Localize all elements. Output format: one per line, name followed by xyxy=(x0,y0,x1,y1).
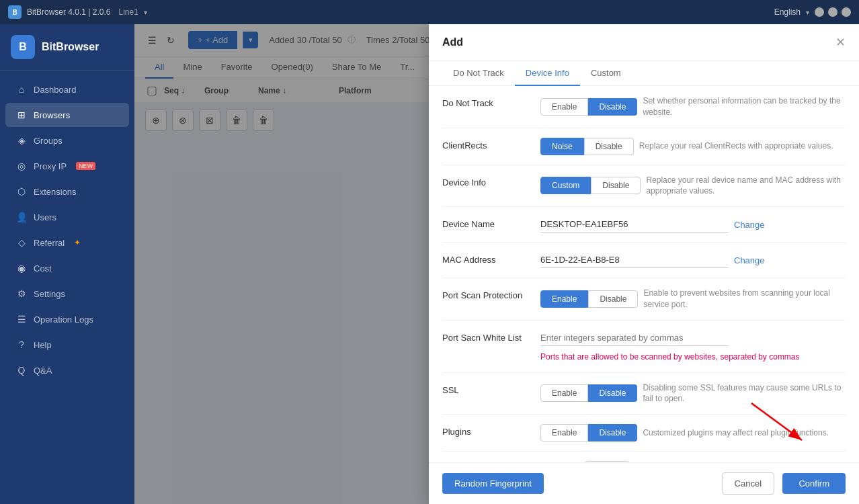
maximize-button[interactable] xyxy=(828,7,837,17)
sidebar-app-name: BitBrowser xyxy=(42,41,99,53)
settings-icon: ⚙ xyxy=(16,288,27,299)
label-plugins: Plugins xyxy=(442,424,530,437)
form-row-mac-address: MAC Address Change xyxy=(442,243,846,278)
label-device-name: Device Name xyxy=(442,216,530,229)
sidebar-item-proxy-ip[interactable]: ◎ Proxy IP NEW xyxy=(5,154,129,178)
app-title: BitBrowser 4.0.1 | 2.0.6 xyxy=(27,7,111,17)
form-row-ssl: SSL Enable Disable Disabling some SSL fe… xyxy=(442,373,846,415)
sidebar-label-groups: Groups xyxy=(34,136,63,146)
confirm-button[interactable]: Confirm xyxy=(782,473,846,494)
hint-ssl: Disabling some SSL features may cause so… xyxy=(643,382,846,405)
hint-do-not-track: Set whether personal information can be … xyxy=(643,95,846,118)
sidebar-label-referral: Referral xyxy=(34,238,65,248)
cost-icon: ◉ xyxy=(16,263,27,274)
titlebar-right: English ▾ xyxy=(774,7,851,17)
random-fingerprint-button[interactable]: Random Fingerprint xyxy=(442,473,544,494)
close-window-button[interactable] xyxy=(842,7,851,17)
control-device-name: Change xyxy=(540,216,846,233)
referral-icon: ◇ xyxy=(16,237,27,248)
mac-address-input[interactable] xyxy=(540,252,729,268)
sidebar-item-help[interactable]: ? Help xyxy=(5,333,129,357)
toggle-client-rects: Noise Disable xyxy=(540,138,634,155)
cr-disable-btn[interactable]: Disable xyxy=(584,138,634,155)
label-device-info: Device Info xyxy=(442,175,530,187)
logs-icon: ☰ xyxy=(16,314,27,325)
form-row-client-rects: ClientRects Noise Disable Replace your r… xyxy=(442,128,846,165)
device-name-input[interactable] xyxy=(540,216,729,233)
sidebar-label-browsers: Browsers xyxy=(34,110,70,120)
port-scan-whitelist-input[interactable] xyxy=(540,330,729,346)
psp-disable-btn[interactable]: Disable xyxy=(588,290,638,308)
qa-icon: Q xyxy=(16,365,27,376)
content-area: ☰ ↻ + + Add ▾ Added 30 /Total 50 ⓘ Times… xyxy=(134,24,859,504)
users-icon: 👤 xyxy=(16,212,27,222)
di-custom-btn[interactable]: Custom xyxy=(540,177,591,194)
sidebar-item-browsers[interactable]: ⊞ Browsers xyxy=(5,103,129,127)
line-dropdown-icon[interactable]: ▾ xyxy=(144,9,147,16)
cr-noise-btn[interactable]: Noise xyxy=(540,138,584,155)
form-row-hardware-concurrency: Hardware Concurrency Cores Set CPU cores… xyxy=(442,452,846,462)
label-ssl: SSL xyxy=(442,382,530,395)
control-client-rects: Noise Disable Replace your real ClientRe… xyxy=(540,138,846,155)
plugins-disable-btn[interactable]: Disable xyxy=(588,424,637,442)
home-icon: ⌂ xyxy=(16,84,27,95)
lang-dropdown-icon[interactable]: ▾ xyxy=(806,9,809,16)
psp-enable-btn[interactable]: Enable xyxy=(540,290,588,308)
hint-port-scan-whitelist: Ports that are allowed to be scanned by … xyxy=(540,351,846,363)
modal-close-button[interactable]: ✕ xyxy=(835,35,846,50)
app-logo: B xyxy=(8,5,22,19)
di-disable-btn[interactable]: Disable xyxy=(591,177,641,194)
sidebar-item-qa[interactable]: Q Q&A xyxy=(5,358,129,382)
sidebar-item-referral[interactable]: ◇ Referral ✦ xyxy=(5,230,129,255)
titlebar: B BitBrowser 4.0.1 | 2.0.6 Line1 ▾ Engli… xyxy=(0,0,859,24)
sidebar-item-dashboard[interactable]: ⌂ Dashboard xyxy=(5,77,129,101)
sidebar-label-users: Users xyxy=(34,212,56,222)
ssl-disable-btn[interactable]: Disable xyxy=(588,384,637,402)
control-port-scan-whitelist: Ports that are allowed to be scanned by … xyxy=(540,330,846,363)
modal-tab-device-info[interactable]: Device Info xyxy=(515,61,580,86)
control-mac-address: Change xyxy=(540,252,846,268)
ssl-enable-btn[interactable]: Enable xyxy=(540,384,588,402)
window-controls xyxy=(815,7,851,17)
control-port-scan-protection: Enable Disable Enable to prevent website… xyxy=(540,288,846,310)
sidebar-item-groups[interactable]: ◈ Groups xyxy=(5,128,129,153)
language-selector[interactable]: English xyxy=(774,7,801,17)
sidebar-item-operation-logs[interactable]: ☰ Operation Logs xyxy=(5,307,129,331)
label-do-not-track: Do Not Track xyxy=(442,95,530,108)
minimize-button[interactable] xyxy=(815,7,824,17)
control-device-info: Custom Disable Replace your real device … xyxy=(540,175,846,198)
sidebar-nav: ⌂ Dashboard ⊞ Browsers ◈ Groups ◎ Proxy … xyxy=(0,71,134,504)
toggle-ssl: Enable Disable xyxy=(540,384,637,402)
mac-address-change-link[interactable]: Change xyxy=(734,255,765,265)
sidebar-label-cost: Cost xyxy=(34,263,52,274)
plugins-enable-btn[interactable]: Enable xyxy=(540,424,588,442)
sidebar-item-users[interactable]: 👤 Users xyxy=(5,205,129,229)
dnt-enable-btn[interactable]: Enable xyxy=(540,98,588,116)
cancel-button[interactable]: Cancel xyxy=(722,472,774,495)
modal-overlay: Add ✕ Do Not Track Device Info Custom Do… xyxy=(134,24,859,504)
browsers-icon: ⊞ xyxy=(16,110,27,120)
hint-port-scan-protection: Enable to prevent websites from scanning… xyxy=(643,288,846,310)
dnt-disable-btn[interactable]: Disable xyxy=(588,98,637,116)
form-row-do-not-track: Do Not Track Enable Disable Set whether … xyxy=(442,86,846,128)
sidebar-logo: B xyxy=(11,35,35,59)
line-label: Line1 xyxy=(119,7,138,17)
sidebar-label-operation-logs: Operation Logs xyxy=(34,314,93,325)
hint-client-rects: Replace your real ClientRects with appro… xyxy=(639,140,846,152)
proxy-icon: ◎ xyxy=(16,161,27,171)
sidebar: B BitBrowser ⌂ Dashboard ⊞ Browsers ◈ Gr… xyxy=(0,24,134,504)
toggle-port-scan: Enable Disable xyxy=(540,290,638,308)
extensions-icon: ⬡ xyxy=(16,186,27,197)
modal-tabs: Do Not Track Device Info Custom xyxy=(429,61,859,86)
footer-right-buttons: Cancel Confirm xyxy=(722,472,846,495)
modal-tab-do-not-track[interactable]: Do Not Track xyxy=(442,61,515,86)
sidebar-item-settings[interactable]: ⚙ Settings xyxy=(5,282,129,306)
label-port-scan-whitelist: Port Sacn White List xyxy=(442,330,530,343)
toggle-do-not-track: Enable Disable xyxy=(540,98,637,116)
toggle-plugins: Enable Disable xyxy=(540,424,637,442)
sidebar-item-extensions[interactable]: ⬡ Extensions xyxy=(5,179,129,204)
modal-tab-custom[interactable]: Custom xyxy=(580,61,632,86)
label-port-scan-protection: Port Scan Protection xyxy=(442,288,530,300)
device-name-change-link[interactable]: Change xyxy=(734,220,765,230)
sidebar-item-cost[interactable]: ◉ Cost xyxy=(5,256,129,280)
